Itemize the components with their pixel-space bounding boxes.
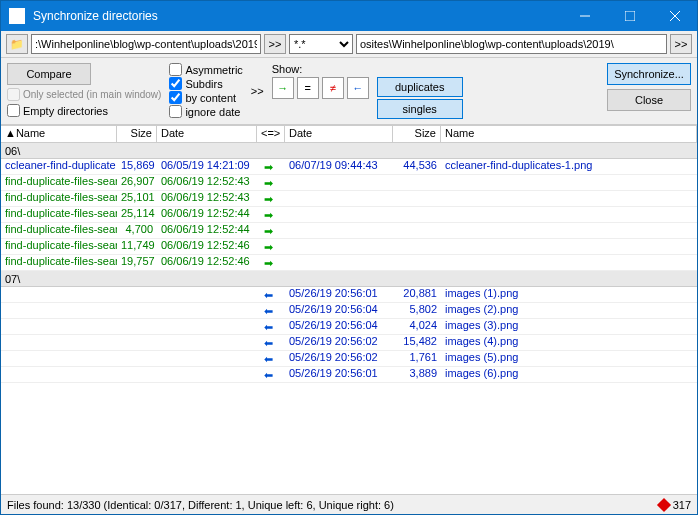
close-button[interactable]: Close (607, 89, 691, 111)
arrow-left-icon: ⬅ (264, 337, 278, 349)
asymmetric-checkbox[interactable] (169, 63, 182, 76)
table-row[interactable]: find-duplicate-files-sear26,90706/06/19 … (1, 175, 697, 191)
right-path-input[interactable] (356, 34, 667, 54)
status-bar: Files found: 13/330 (Identical: 0/317, D… (1, 494, 697, 514)
status-text: Files found: 13/330 (Identical: 0/317, D… (7, 499, 394, 511)
header-size[interactable]: Size (117, 126, 157, 142)
left-expand-button[interactable]: >> (264, 34, 286, 54)
path-row: 📁 >> *.* >> (1, 31, 697, 58)
filter-select[interactable]: *.* (289, 34, 353, 54)
header-size2[interactable]: Size (393, 126, 441, 142)
left-path-input[interactable] (31, 34, 261, 54)
arrow-right-icon: ➡ (264, 177, 278, 189)
arrow-right-icon: ➡ (264, 257, 278, 269)
header-date2[interactable]: Date (285, 126, 393, 142)
show-left-button[interactable]: ← (347, 77, 369, 99)
table-row[interactable]: ⬅05/26/19 20:56:044,024images (3).png (1, 319, 697, 335)
arrow-left-icon: ⬅ (264, 289, 278, 301)
table-row[interactable]: ⬅05/26/19 20:56:045,802images (2).png (1, 303, 697, 319)
window-title: Synchronize directories (33, 9, 562, 23)
only-selected-checkbox (7, 88, 20, 101)
table-row[interactable]: find-duplicate-files-sear25,11406/06/19 … (1, 207, 697, 223)
column-header: ▲Name Size Date <=> Date Size Name (1, 125, 697, 143)
arrow-right-icon: ➡ (264, 193, 278, 205)
options-expand-button[interactable]: >> (251, 85, 264, 97)
arrow-left-icon: ⬅ (264, 305, 278, 317)
table-row[interactable]: ccleaner-find-duplicate15,86906/05/19 14… (1, 159, 697, 175)
right-expand-button[interactable]: >> (670, 34, 692, 54)
diamond-icon (657, 497, 671, 511)
show-unequal-button[interactable]: ≠ (322, 77, 344, 99)
close-window-button[interactable] (652, 1, 697, 31)
arrow-left-icon: ⬅ (264, 353, 278, 365)
header-name[interactable]: ▲Name (1, 126, 117, 142)
singles-button[interactable]: singles (377, 99, 463, 119)
compare-button[interactable]: Compare (7, 63, 91, 85)
by-content-checkbox[interactable] (169, 91, 182, 104)
maximize-button[interactable] (607, 1, 652, 31)
app-icon (9, 8, 25, 24)
arrow-left-icon: ⬅ (264, 321, 278, 333)
arrow-right-icon: ➡ (264, 241, 278, 253)
subdirs-checkbox[interactable] (169, 77, 182, 90)
table-row[interactable]: ⬅05/26/19 20:56:0215,482images (4).png (1, 335, 697, 351)
synchronize-button[interactable]: Synchronize... (607, 63, 691, 85)
titlebar: Synchronize directories (1, 1, 697, 31)
table-row[interactable]: find-duplicate-files-sear11,74906/06/19 … (1, 239, 697, 255)
table-row[interactable]: find-duplicate-files-sear19,75706/06/19 … (1, 255, 697, 271)
duplicates-button[interactable]: duplicates (377, 77, 463, 97)
empty-dirs-checkbox[interactable] (7, 104, 20, 117)
table-row[interactable]: find-duplicate-files-sear25,10106/06/19 … (1, 191, 697, 207)
header-name2[interactable]: Name (441, 126, 697, 142)
toolbar: Compare Only selected (in main window) E… (1, 58, 697, 125)
table-row[interactable]: find-duplicate-files-searcl4,70006/06/19… (1, 223, 697, 239)
svg-rect-1 (625, 11, 635, 21)
ignore-date-checkbox[interactable] (169, 105, 182, 118)
header-date[interactable]: Date (157, 126, 257, 142)
arrow-right-icon: ➡ (264, 161, 278, 173)
left-browse-button[interactable]: 📁 (6, 34, 28, 54)
file-grid[interactable]: 06\ccleaner-find-duplicate15,86906/05/19… (1, 143, 697, 467)
table-row[interactable]: ⬅05/26/19 20:56:013,889images (6).png (1, 367, 697, 383)
arrow-right-icon: ➡ (264, 209, 278, 221)
show-right-button[interactable]: → (272, 77, 294, 99)
arrow-right-icon: ➡ (264, 225, 278, 237)
group-row[interactable]: 07\ (1, 271, 697, 287)
header-direction[interactable]: <=> (257, 126, 285, 142)
arrow-left-icon: ⬅ (264, 369, 278, 381)
minimize-button[interactable] (562, 1, 607, 31)
table-row[interactable]: ⬅05/26/19 20:56:0120,881images (1).png (1, 287, 697, 303)
group-row[interactable]: 06\ (1, 143, 697, 159)
table-row[interactable]: ⬅05/26/19 20:56:021,761images (5).png (1, 351, 697, 367)
status-count: 317 (673, 499, 691, 511)
show-equal-button[interactable]: = (297, 77, 319, 99)
show-label: Show: (272, 63, 369, 75)
